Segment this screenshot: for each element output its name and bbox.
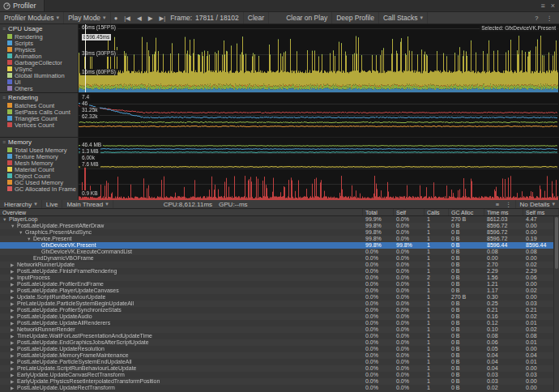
rendering-chart[interactable] (79, 93, 558, 137)
expand-arrow-icon[interactable]: ▶ (11, 326, 17, 333)
list-view-icon[interactable]: ≡ (493, 200, 502, 208)
table-row[interactable]: ▼PostLateUpdate.PresentAfterDraw99.8%0.0… (0, 223, 559, 229)
clear-button[interactable]: Clear (243, 12, 269, 23)
live-toggle[interactable]: Live (42, 200, 63, 208)
expand-arrow-icon[interactable]: ▶ (11, 346, 17, 352)
expand-arrow-icon[interactable]: ▶ (11, 275, 17, 281)
table-row[interactable]: ▼PlayerLoop99.9%0.0%1270 B8612.034.47 (0, 216, 559, 223)
collapse-arrow-icon[interactable]: ▼ (27, 236, 33, 242)
expand-arrow-icon[interactable]: ▶ (11, 378, 17, 385)
table-row[interactable]: ▶NetworkRunnerRender0.0%0.0%10 B0.100.02 (0, 326, 559, 333)
table-row[interactable]: ▶PostLateUpdate.MemoryFrameMaintenance0.… (0, 352, 559, 359)
table-row[interactable]: ▶PostLateUpdate.PlayerUpdateCanvases0.0%… (0, 288, 559, 294)
legend-item[interactable]: Vertices Count (0, 121, 78, 128)
expand-arrow-icon[interactable]: ▶ (11, 359, 17, 365)
table-row[interactable]: ▶PostLateUpdate.ProfilerEndFrame0.0%0.0%… (0, 281, 559, 288)
expand-arrow-icon[interactable]: ▶ (11, 372, 17, 378)
table-row[interactable]: ▶PostLateUpdate.UpdateAllRenderers0.0%0.… (0, 320, 559, 326)
collapse-arrow-icon[interactable]: ▼ (11, 223, 17, 229)
column-header-self[interactable]: Self (394, 209, 425, 215)
table-row[interactable]: ▶PostLateUpdate.EndGraphicsJobsAfterScri… (0, 339, 559, 346)
expand-arrow-icon[interactable]: ▶ (11, 352, 17, 359)
table-row[interactable]: ▶InputProcess0.0%0.0%20 B1.560.06 (0, 275, 559, 281)
prev-frame-button[interactable]: ◀ (134, 12, 145, 23)
module-header-cpu[interactable]: ≡ CPU Usage (0, 24, 78, 33)
table-row[interactable]: ▶PostLateUpdate.UpdateRectTransform0.0%0… (0, 385, 559, 391)
table-row[interactable]: ▶PostLateUpdate.UpdateResolution0.0%0.0%… (0, 346, 559, 352)
close-icon[interactable]: × (551, 2, 555, 10)
table-row[interactable]: GfxDeviceVK.ExecuteCommandList0.0%0.0%10… (0, 249, 559, 255)
table-row[interactable]: EndDynamicVBOFrame0.0%0.0%10 B0.000.00 (0, 255, 559, 262)
details-view-dropdown[interactable]: No Details▾ (515, 200, 559, 208)
table-row[interactable]: ▶PostLateUpdate.ParticleSystemEndUpdateA… (0, 359, 559, 365)
call-stacks-dropdown[interactable]: Call Stacks▾ (379, 12, 428, 23)
table-row[interactable]: ▶PostLateUpdate.UpdateAudio0.0%0.0%10 B0… (0, 313, 559, 320)
column-header-total[interactable]: Total (363, 209, 394, 215)
cpu-chart[interactable] (79, 24, 558, 92)
expand-arrow-icon[interactable]: ▶ (11, 365, 17, 372)
table-row[interactable]: ▶PreLateUpdate.ParticleSystemBeginUpdate… (0, 300, 559, 307)
expand-arrow-icon[interactable]: ▶ (11, 288, 17, 294)
column-header-overview[interactable]: Overview (0, 209, 363, 215)
expand-arrow-icon[interactable]: ▶ (11, 385, 17, 391)
expand-arrow-icon[interactable]: ▶ (11, 320, 17, 326)
legend-item[interactable]: Others (0, 85, 78, 92)
expand-arrow-icon[interactable]: ▶ (11, 313, 17, 320)
column-header-self-ms[interactable]: Self ms (523, 209, 559, 215)
legend-item[interactable]: Rendering (0, 33, 78, 40)
expand-arrow-icon[interactable]: ▶ (11, 333, 17, 339)
vertical-scrollbar[interactable] (553, 216, 559, 392)
legend-swatch-icon (7, 186, 12, 191)
expand-arrow-icon[interactable]: ▶ (11, 262, 17, 268)
expand-arrow-icon[interactable]: ▶ (11, 307, 17, 313)
legend-item[interactable]: UI (0, 79, 78, 85)
column-header-time-ms[interactable]: Time ms (484, 209, 523, 215)
play-mode-dropdown[interactable]: Play Mode▾ (64, 12, 111, 23)
column-header-gc-alloc[interactable]: GC Alloc (449, 209, 484, 215)
table-row[interactable]: ▶EarlyUpdate.UpdateCanvasRectTransform0.… (0, 372, 559, 378)
context-menu-icon[interactable]: ⋮ (502, 200, 515, 208)
thread-dropdown[interactable]: Main Thread▾ (62, 200, 113, 208)
collapse-arrow-icon[interactable]: ▼ (2, 216, 9, 223)
legend-item[interactable]: GC Allocated In Frame (0, 185, 78, 192)
table-row[interactable]: ▶Update.ScriptRunBehaviourUpdate0.0%0.0%… (0, 294, 559, 300)
table-row[interactable]: ▶EarlyUpdate.PhysicsResetInterpolatedTra… (0, 378, 559, 385)
expand-arrow-icon[interactable]: ▶ (11, 268, 17, 275)
deep-profile-toggle[interactable]: Deep Profile (332, 12, 379, 23)
module-header-memory[interactable]: ≡ Memory (0, 138, 78, 147)
memory-chart[interactable] (79, 138, 558, 200)
context-menu-icon[interactable]: ⋮ (544, 15, 557, 22)
table-row[interactable]: ▶PostLateUpdate.ProfilerSynchronizeStats… (0, 307, 559, 313)
first-frame-button[interactable]: |◀ (121, 12, 134, 23)
column-header-calls[interactable]: Calls (425, 209, 449, 215)
scrollbar-thumb[interactable] (555, 217, 558, 269)
expand-arrow-icon[interactable]: ▶ (11, 294, 17, 300)
window-menu-icon[interactable]: ≡ (540, 2, 544, 10)
table-row[interactable]: GfxDeviceVK.Present99.8%99.8%10 B8596.44… (0, 242, 559, 249)
cell-gc-alloc: 0 B (449, 339, 484, 346)
expand-arrow-icon[interactable]: ▶ (11, 281, 17, 288)
table-row[interactable]: ▶PreLateUpdate.ScriptRunBehaviourLateUpd… (0, 365, 559, 372)
table-row[interactable]: ▼Graphics.PresentAndSync99.8%0.0%10 B859… (0, 229, 559, 236)
expand-arrow-icon[interactable]: ▶ (11, 339, 17, 346)
legend-item[interactable]: Global Illumination (0, 72, 78, 79)
profiler-tab[interactable]: Profiler (0, 0, 45, 11)
collapse-arrow-icon[interactable]: ▼ (19, 229, 25, 236)
record-icon[interactable]: ● (111, 12, 122, 23)
module-header-rendering[interactable]: ≡ Rendering (0, 93, 78, 102)
frame-selection-line[interactable] (85, 24, 86, 92)
next-frame-button[interactable]: ▶ (145, 12, 156, 23)
table-row[interactable]: ▶NetworkRunnerUpdate0.0%0.0%10 B2.700.02 (0, 262, 559, 268)
legend-item[interactable]: Scripts (0, 40, 78, 46)
hierarchy-view-dropdown[interactable]: Hierarchy▾ (0, 200, 42, 208)
legend-item[interactable]: GarbageCollector (0, 59, 78, 66)
cell-time-ms: 0.08 (484, 249, 523, 255)
expand-arrow-icon[interactable]: ▶ (11, 300, 17, 307)
clear-on-play-toggle[interactable]: Clear on Play (282, 12, 332, 23)
profiler-modules-dropdown[interactable]: Profiler Modules▾ (0, 12, 64, 23)
last-frame-button[interactable]: ▶| (156, 12, 169, 23)
help-icon[interactable]: ? (531, 15, 541, 22)
table-row[interactable]: ▼Device.Present99.8%0.0%10 B8596.720.19 (0, 236, 559, 242)
table-row[interactable]: ▶PostLateUpdate.FinishFrameRendering0.0%… (0, 268, 559, 275)
table-row[interactable]: ▶TimeUpdate.WaitForLastPresentationAndUp… (0, 333, 559, 339)
